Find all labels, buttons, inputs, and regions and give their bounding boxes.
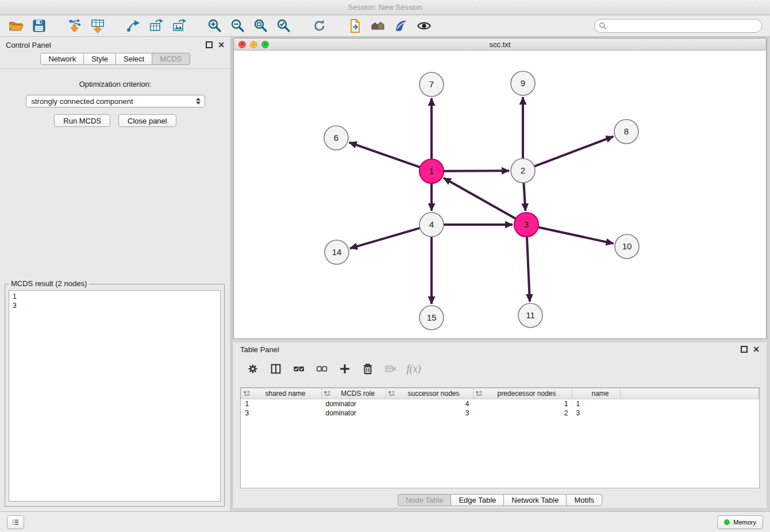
select-all-button[interactable]	[288, 360, 309, 378]
show-hide-button[interactable]	[414, 17, 434, 35]
share-document-icon	[348, 18, 363, 33]
delete-column-button[interactable]	[380, 360, 401, 378]
save-session-button[interactable]	[29, 17, 49, 35]
graph-node-label: 10	[622, 241, 632, 251]
zoom-out-icon	[230, 18, 245, 33]
tab-mcds[interactable]: MCDS	[152, 53, 190, 65]
mcds-result-line: 1	[13, 292, 217, 301]
graph-node-label: 2	[521, 165, 525, 175]
export-network-button[interactable]	[123, 17, 144, 35]
refresh-view-button[interactable]	[309, 17, 330, 35]
cell-name[interactable]: 3	[572, 408, 621, 418]
cell-mcds-role[interactable]: dominator	[322, 408, 386, 418]
network-graph[interactable]: 7968124314101511	[234, 51, 766, 338]
cell-successor-nodes[interactable]: 4	[386, 399, 473, 408]
graph-edge-4-14[interactable]	[350, 228, 420, 248]
tab-network-table[interactable]: Network Table	[504, 494, 567, 506]
task-history-button[interactable]	[7, 515, 24, 529]
cell-successor-nodes[interactable]: 3	[386, 408, 473, 418]
list-icon	[10, 518, 21, 527]
column-header-shared-name[interactable]: shared name	[241, 388, 322, 399]
open-session-button[interactable]	[6, 17, 26, 35]
table-settings-button[interactable]	[242, 360, 263, 378]
cell-shared-name[interactable]: 1	[241, 399, 322, 408]
mcds-result-title: MCDS result (2 nodes)	[9, 279, 89, 288]
export-image-icon	[172, 18, 187, 33]
table-row[interactable]: 3 dominator 3 2 3	[241, 408, 759, 418]
tab-edge-table[interactable]: Edge Table	[451, 494, 504, 506]
search-input[interactable]	[594, 19, 762, 33]
table-panel-tabs: Node Table Edge Table Network Table Moti…	[233, 494, 767, 506]
close-table-panel-icon[interactable]: ✕	[753, 346, 760, 353]
open-folder-icon	[9, 18, 24, 33]
network-window-titlebar[interactable]: ✕ − + scc.txt	[234, 38, 766, 51]
share-document-button[interactable]	[345, 17, 365, 35]
traffic-lights: ✕ − +	[238, 38, 269, 50]
window-minimize-icon[interactable]: −	[250, 41, 257, 48]
column-header-mcds-role[interactable]: MCDS role	[322, 388, 386, 399]
close-panel-icon[interactable]: ✕	[218, 41, 225, 48]
mcds-result-line: 3	[13, 301, 217, 310]
import-network-button[interactable]	[64, 17, 85, 35]
graph-edge-1-2[interactable]	[444, 171, 509, 171]
tab-node-table[interactable]: Node Table	[398, 494, 452, 506]
export-network-icon	[126, 18, 141, 33]
graph-edge-2-3[interactable]	[523, 183, 525, 211]
tab-select[interactable]: Select	[116, 53, 152, 65]
export-table-button[interactable]	[146, 17, 167, 35]
import-table-button[interactable]	[87, 17, 108, 35]
nested-networks-icon	[371, 18, 386, 33]
column-label: MCDS role	[341, 390, 375, 398]
table-toolbar: f(x)	[233, 356, 767, 381]
add-row-button[interactable]	[334, 360, 355, 378]
memory-button[interactable]: Memory	[717, 515, 763, 529]
table-row[interactable]: 1 dominator 4 1 1	[241, 399, 759, 408]
mcds-result-box[interactable]: 1 3	[9, 290, 221, 502]
tab-network[interactable]: Network	[40, 53, 84, 65]
graph-node-label: 11	[526, 310, 535, 320]
column-header-name[interactable]: name	[572, 388, 621, 399]
cell-mcds-role[interactable]: dominator	[322, 399, 386, 408]
export-image-button[interactable]	[169, 17, 190, 35]
cell-predecessor-nodes[interactable]: 2	[473, 408, 572, 418]
deselect-all-button[interactable]	[311, 360, 332, 378]
graph-edge-3-1[interactable]	[444, 178, 516, 219]
graph-edge-1-6[interactable]	[349, 142, 421, 167]
network-window-title: scc.txt	[490, 40, 511, 49]
graph-edge-3-11[interactable]	[527, 237, 530, 302]
criterion-dropdown[interactable]: strongly connected component	[26, 95, 205, 107]
cell-filler	[621, 399, 759, 408]
tab-motifs[interactable]: Motifs	[567, 494, 602, 506]
zoom-in-button[interactable]	[205, 17, 225, 35]
save-icon	[32, 18, 47, 33]
zoom-selected-button[interactable]	[274, 17, 294, 35]
styles-button[interactable]	[391, 17, 411, 35]
float-panel-icon[interactable]	[206, 41, 213, 48]
table-panel: Table Panel ✕	[233, 342, 767, 508]
graph-node-label: 15	[427, 313, 437, 322]
graph-edge-2-8[interactable]	[534, 136, 614, 166]
deselect-all-icon	[315, 363, 328, 375]
columns-icon	[270, 363, 282, 375]
run-mcds-button[interactable]: Run MCDS	[54, 114, 110, 127]
tab-style[interactable]: Style	[84, 53, 116, 65]
close-panel-button[interactable]: Close panel	[118, 114, 176, 127]
trash-icon	[361, 363, 374, 375]
network-view-window: ✕ − + scc.txt 7968124314101511	[233, 38, 767, 339]
cell-shared-name[interactable]: 3	[241, 408, 322, 418]
delete-row-button[interactable]	[357, 360, 378, 378]
window-close-icon[interactable]: ✕	[238, 41, 246, 48]
float-table-panel-icon[interactable]	[741, 346, 748, 353]
zoom-fit-button[interactable]	[251, 17, 271, 35]
cell-predecessor-nodes[interactable]: 1	[473, 399, 572, 408]
graph-edge-3-10[interactable]	[538, 227, 614, 243]
cell-name[interactable]: 1	[572, 399, 621, 408]
show-columns-button[interactable]	[265, 360, 286, 378]
zoom-out-button[interactable]	[228, 17, 248, 35]
column-header-successor-nodes[interactable]: successor nodes	[386, 388, 473, 399]
window-zoom-icon[interactable]: +	[261, 41, 269, 48]
network-canvas[interactable]: 7968124314101511	[234, 51, 766, 338]
column-header-predecessor-nodes[interactable]: predecessor nodes	[473, 388, 572, 399]
nested-networks-button[interactable]	[368, 17, 388, 35]
function-builder-button[interactable]: f(x)	[403, 360, 424, 378]
